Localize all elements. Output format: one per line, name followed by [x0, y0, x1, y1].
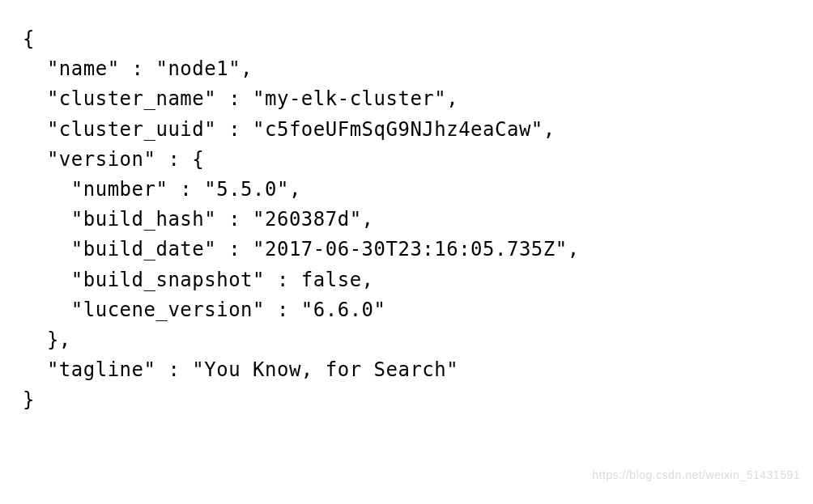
json-line: "build_hash" : "260387d",	[23, 208, 374, 231]
watermark-text: https://blog.csdn.net/weixin_51431591	[592, 468, 800, 481]
json-line: "name" : "node1",	[23, 57, 253, 80]
json-line: {	[23, 28, 35, 50]
json-line: "cluster_name" : "my-elk-cluster",	[23, 87, 458, 110]
json-line: "tagline" : "You Know, for Search"	[23, 358, 458, 381]
json-line: "cluster_uuid" : "c5foeUFmSqG9NJhz4eaCaw…	[23, 118, 555, 141]
json-line: "number" : "5.5.0",	[23, 178, 301, 201]
json-line: }	[23, 388, 35, 411]
json-line: "build_date" : "2017-06-30T23:16:05.735Z…	[23, 238, 580, 260]
json-line: "build_snapshot" : false,	[23, 269, 374, 291]
json-line: "lucene_version" : "6.6.0"	[23, 299, 385, 321]
json-output: { "name" : "node1", "cluster_name" : "my…	[0, 0, 813, 439]
json-line: },	[23, 328, 71, 351]
json-line: "version" : {	[23, 148, 204, 171]
